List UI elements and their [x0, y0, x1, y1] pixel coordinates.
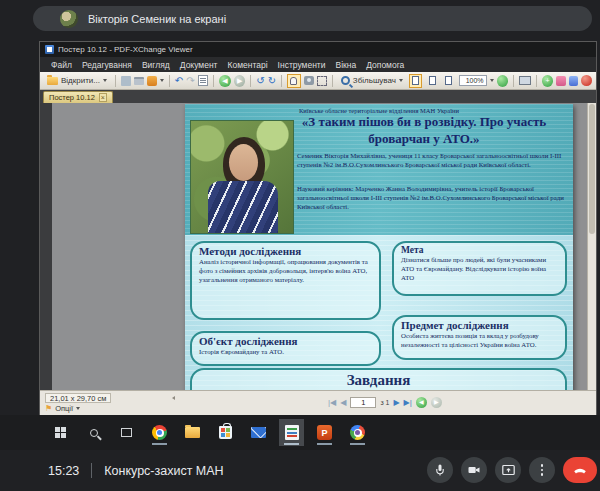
screen-share-banner[interactable]: Вікторія Семеник на екрані [33, 6, 592, 31]
open-caret-icon [103, 79, 107, 82]
taskbar-search-button[interactable] [81, 419, 106, 446]
snapshot-icon[interactable] [304, 76, 315, 85]
status-splitter-icon[interactable] [172, 396, 175, 400]
taskbar-file-explorer[interactable] [180, 419, 205, 446]
menu-bar: Файл Редагування Вигляд Документ Комента… [40, 57, 596, 72]
page-number-input[interactable]: 1 [350, 397, 376, 408]
goal-title: Мета [401, 245, 558, 255]
next-view-button[interactable]: ▶ [431, 397, 442, 408]
share-banner-label: Вікторія Семеник на екрані [88, 13, 226, 25]
previous-view-button[interactable]: ◀ [416, 397, 427, 408]
start-button[interactable] [48, 419, 73, 446]
tab-title: Постер 10.12 [49, 93, 95, 102]
tab-close-icon[interactable]: × [99, 93, 107, 102]
vertical-scrollbar[interactable] [587, 103, 596, 390]
menu-windows[interactable]: Вікна [331, 60, 362, 70]
next-page-button[interactable]: ▶ [393, 398, 399, 407]
actual-size-icon[interactable] [497, 75, 509, 87]
menu-tools[interactable]: Інструменти [273, 60, 331, 70]
tasks-title: Завдання [199, 372, 558, 389]
select-tool-icon[interactable] [317, 76, 327, 86]
fit-page-icon[interactable] [409, 74, 423, 88]
search-icon [90, 429, 98, 437]
toolbar-separator [169, 75, 170, 87]
menu-view[interactable]: Вигляд [137, 60, 175, 70]
magnifier-label: Збільшувач [353, 76, 396, 85]
menu-help[interactable]: Допомога [361, 60, 409, 70]
window-titlebar[interactable]: Постер 10.12 - PDF-XChange Viewer [40, 42, 596, 57]
more-options-button[interactable] [529, 457, 555, 483]
print-icon[interactable] [134, 77, 145, 85]
previous-page-button[interactable]: ◀ [340, 398, 346, 407]
taskbar-browser-2[interactable] [345, 419, 370, 446]
taskbar-store[interactable] [213, 419, 238, 446]
last-page-button[interactable]: ▶| [404, 398, 412, 407]
pen-icon[interactable] [569, 76, 579, 86]
export-icon[interactable] [147, 76, 157, 86]
photo-torso [208, 181, 278, 234]
rotate-cw-icon[interactable]: ↻ [268, 76, 276, 86]
present-button[interactable] [495, 457, 521, 483]
windows-taskbar: P [0, 415, 600, 450]
highlighter-icon[interactable] [556, 76, 566, 86]
store-icon [219, 426, 232, 439]
task-view-icon [121, 428, 132, 437]
menu-file[interactable]: Файл [46, 60, 77, 70]
navigation-pane-strip[interactable] [40, 103, 52, 390]
poster-page: Київське обласне територіальне відділенн… [185, 104, 573, 390]
first-page-button[interactable]: |◀ [328, 398, 336, 407]
magnifier-button[interactable]: Збільшувач [338, 75, 406, 86]
open-label: Відкрити... [61, 76, 100, 85]
toolbar-separator [281, 75, 282, 87]
poster-author-paragraph: Семеник Вікторія Михайлівна, учениця 11 … [297, 152, 565, 170]
next-view-icon[interactable]: ▶ [234, 75, 246, 87]
undo-icon[interactable]: ↶ [175, 76, 183, 86]
call-controls [427, 457, 597, 483]
taskbar-mail[interactable] [246, 419, 271, 446]
microphone-button[interactable] [427, 457, 453, 483]
rotate-ccw-icon[interactable]: ↺ [256, 76, 264, 86]
status-bar: 21,01 x 29,70 см ⚑ Опції |◀ ◀ 1 з 1 ▶ ▶|… [40, 390, 596, 415]
end-call-button[interactable] [563, 457, 597, 483]
toolbar-separator [536, 75, 537, 87]
zoom-level-input[interactable]: 100% [459, 75, 487, 86]
document-tab[interactable]: Постер 10.12 × [43, 91, 113, 103]
scrollbar-thumb[interactable] [589, 104, 595, 234]
add-icon[interactable]: + [542, 75, 554, 87]
menu-comments[interactable]: Коментарі [223, 60, 273, 70]
hand-tool-icon[interactable] [287, 74, 301, 88]
fit-visible-icon[interactable] [442, 74, 456, 88]
more-options-icon [541, 464, 544, 476]
camera-button[interactable] [461, 457, 487, 483]
page-navigation: |◀ ◀ 1 з 1 ▶ ▶| ◀ ▶ [328, 397, 442, 408]
pdf-viewer-icon [285, 425, 299, 440]
save-icon[interactable] [121, 76, 131, 86]
divider [91, 463, 92, 478]
toolbar-separator [332, 75, 333, 87]
fit-width-icon[interactable] [425, 74, 439, 88]
menu-document[interactable]: Документ [175, 60, 223, 70]
taskbar-powerpoint[interactable]: P [312, 419, 337, 446]
document-area: Київське обласне територіальне відділенн… [40, 103, 596, 390]
photo-face [229, 144, 258, 181]
goal-body: Дізнатися більше про людей, які були уча… [401, 256, 558, 282]
menu-edit[interactable]: Редагування [77, 60, 137, 70]
object-title: Об'єкт дослідження [199, 335, 372, 347]
task-view-button[interactable] [114, 419, 139, 446]
document-tab-bar: Постер 10.12 × [40, 90, 596, 103]
magnifier-icon [341, 76, 350, 85]
object-section: Об'єкт дослідження Історія Євромайдану т… [190, 331, 381, 366]
ocr-icon[interactable] [198, 75, 209, 86]
main-toolbar: Відкрити... ↶ ↷ ◀ ▶ ↺ ↻ Збільшувач 100% [40, 72, 596, 90]
redo-icon[interactable]: ↷ [186, 76, 194, 86]
open-button[interactable]: Відкрити... [44, 75, 110, 86]
taskbar-pdf-viewer[interactable] [279, 419, 304, 446]
options-label: Опції [55, 404, 73, 413]
exit-icon[interactable] [581, 75, 592, 86]
fullscreen-icon[interactable] [519, 76, 531, 85]
window-title: Постер 10.12 - PDF-XChange Viewer [58, 45, 193, 54]
taskbar-chrome[interactable] [147, 419, 172, 446]
flag-icon: ⚑ [45, 405, 52, 413]
previous-view-icon[interactable]: ◀ [219, 75, 231, 87]
options-button[interactable]: ⚑ Опції [45, 404, 80, 413]
